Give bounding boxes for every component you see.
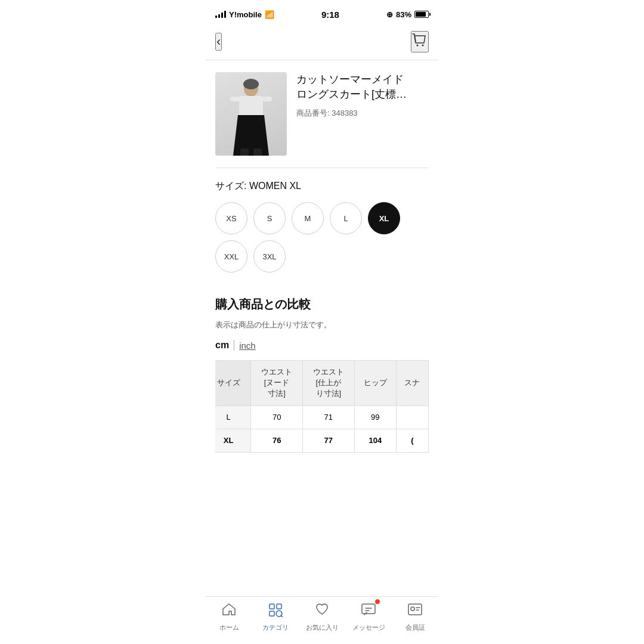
battery-percent: 83%: [396, 10, 411, 19]
svg-point-1: [422, 45, 424, 47]
td-waist-nude-xl: 76: [251, 429, 303, 452]
table-row: L 70 71 99: [215, 405, 429, 429]
back-button[interactable]: ‹: [215, 33, 222, 51]
table-row-highlight: XL 76 77 104 (: [215, 429, 429, 452]
svg-point-0: [417, 45, 419, 47]
size-3xl[interactable]: 3XL: [253, 240, 286, 273]
td-hip-l: 99: [354, 405, 396, 429]
member-icon: [407, 602, 423, 621]
svg-point-3: [243, 79, 259, 89]
td-waist-nude-l: 70: [251, 405, 303, 429]
product-info: カットソーマーメイドロングスカート[丈標… 商品番号: 348383: [296, 72, 429, 119]
battery-icon: [414, 11, 429, 18]
product-number: 商品番号: 348383: [296, 108, 429, 119]
unit-toggle: cm inch: [215, 340, 429, 351]
th-other: スナ: [396, 361, 428, 406]
size-xl[interactable]: XL: [368, 202, 400, 234]
comparison-subtitle: 表示は商品の仕上がり寸法です。: [215, 320, 429, 330]
th-size: サイズ: [215, 361, 251, 406]
cart-button[interactable]: [411, 31, 429, 52]
table-header-row: サイズ ウエスト[ヌード寸法] ウエスト[仕上がり寸法] ヒップ スナ: [215, 361, 429, 406]
message-badge: [375, 599, 380, 604]
wifi-icon: 📶: [265, 10, 274, 19]
nav-category-label: カテゴリ: [262, 623, 289, 632]
size-s[interactable]: S: [253, 202, 286, 234]
th-waist-nude: ウエスト[ヌード寸法]: [251, 361, 303, 406]
nav-message[interactable]: メッセージ: [351, 602, 386, 632]
svg-rect-11: [277, 604, 281, 609]
nav-favorites[interactable]: お気に入り: [304, 602, 340, 632]
size-xs[interactable]: XS: [215, 202, 247, 234]
status-left: Y!mobile 📶: [215, 10, 274, 19]
product-section: カットソーマーメイドロングスカート[丈標… 商品番号: 348383: [206, 60, 438, 168]
svg-rect-14: [362, 604, 375, 614]
svg-rect-9: [253, 148, 262, 156]
svg-marker-7: [233, 115, 269, 156]
size-section: サイズ: WOMEN XL XS S M L XL XXL 3XL: [206, 168, 438, 284]
svg-rect-15: [408, 604, 422, 615]
svg-point-16: [411, 607, 414, 611]
location-icon: ⊕: [386, 10, 393, 19]
status-right: ⊕ 83%: [386, 10, 429, 19]
nav-home-label: ホーム: [219, 623, 239, 632]
battery-fill: [416, 12, 426, 17]
category-icon: [268, 602, 283, 621]
size-label: サイズ: WOMEN XL: [215, 180, 429, 193]
nav-message-label: メッセージ: [352, 623, 385, 632]
size-table: サイズ ウエスト[ヌード寸法] ウエスト[仕上がり寸法] ヒップ スナ L 70…: [215, 360, 429, 453]
nav-favorites-label: お気に入り: [306, 623, 339, 632]
comparison-section: 購入商品との比較 表示は商品の仕上がり寸法です。 cm inch サイズ ウエス…: [206, 284, 438, 453]
td-other-xl: (: [396, 429, 428, 452]
message-icon: [361, 602, 376, 621]
svg-rect-10: [270, 604, 274, 609]
nav-member-label: 会員証: [405, 623, 425, 632]
svg-rect-8: [240, 148, 249, 156]
size-l[interactable]: L: [330, 202, 362, 234]
home-icon: [221, 602, 237, 621]
unit-inch[interactable]: inch: [239, 340, 256, 351]
td-hip-xl: 104: [354, 429, 396, 452]
time-label: 9:18: [321, 10, 339, 20]
carrier-label: Y!mobile: [229, 10, 262, 19]
nav-home[interactable]: ホーム: [211, 602, 247, 632]
bottom-nav: ホーム カテゴリ お気に入り: [206, 596, 438, 644]
status-bar: Y!mobile 📶 9:18 ⊕ 83%: [206, 0, 438, 26]
td-waist-finish-l: 71: [303, 405, 355, 429]
nav-header: ‹: [206, 26, 438, 60]
unit-cm[interactable]: cm: [215, 340, 229, 351]
svg-rect-4: [239, 96, 263, 117]
td-size-xl: XL: [215, 429, 251, 452]
size-table-container: サイズ ウエスト[ヌード寸法] ウエスト[仕上がり寸法] ヒップ スナ L 70…: [215, 360, 429, 453]
svg-rect-12: [270, 611, 274, 616]
th-waist-finish: ウエスト[仕上がり寸法]: [303, 361, 355, 406]
td-other-l: [396, 405, 428, 429]
nav-member[interactable]: 会員証: [397, 602, 433, 632]
size-xxl[interactable]: XXL: [215, 240, 247, 273]
comparison-title: 購入商品との比較: [215, 296, 429, 312]
size-options: XS S M L XL XXL 3XL: [215, 202, 429, 273]
heart-icon: [314, 602, 330, 621]
svg-rect-6: [262, 97, 272, 101]
nav-category[interactable]: カテゴリ: [258, 602, 293, 632]
td-waist-finish-xl: 77: [303, 429, 355, 452]
signal-bars: [215, 11, 226, 18]
svg-rect-5: [230, 97, 240, 101]
unit-divider: [234, 340, 234, 351]
product-image: [215, 72, 287, 156]
th-hip: ヒップ: [354, 361, 396, 406]
product-name: カットソーマーメイドロングスカート[丈標…: [296, 72, 429, 102]
size-m[interactable]: M: [292, 202, 324, 234]
td-size-l: L: [215, 405, 251, 429]
